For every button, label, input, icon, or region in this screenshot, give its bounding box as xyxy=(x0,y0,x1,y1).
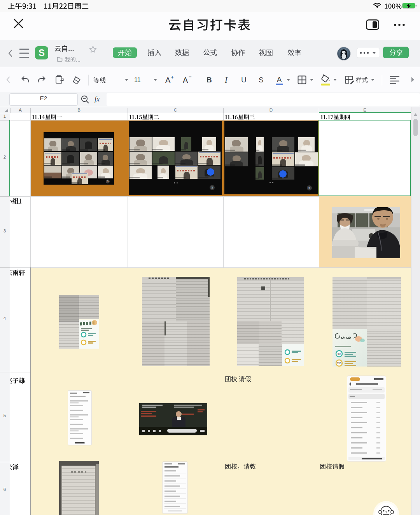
svg-text:50: 50 xyxy=(338,353,341,355)
svg-text:150: 150 xyxy=(337,362,341,365)
